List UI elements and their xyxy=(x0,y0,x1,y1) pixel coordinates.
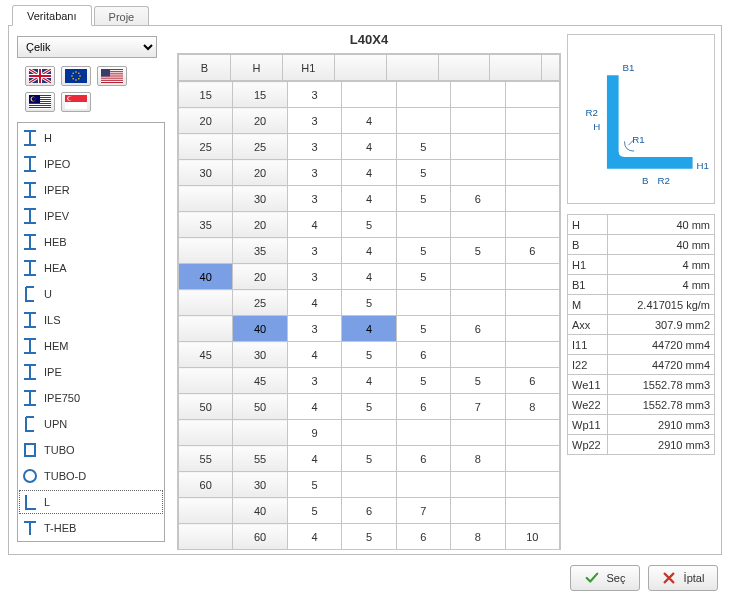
flag-uk[interactable] xyxy=(25,66,55,86)
grid-value-cell[interactable]: 6 xyxy=(451,186,505,212)
grid-b-cell[interactable] xyxy=(179,498,233,524)
grid-value-cell[interactable]: 5 xyxy=(396,368,450,394)
grid-value-cell[interactable] xyxy=(451,212,505,238)
grid-value-cell[interactable] xyxy=(505,446,559,472)
grid-value-cell[interactable] xyxy=(505,212,559,238)
profile-item-hem[interactable]: HEM xyxy=(18,333,164,359)
grid-value-cell[interactable] xyxy=(505,316,559,342)
grid-value-cell[interactable]: 5 xyxy=(451,368,505,394)
flag-sg[interactable] xyxy=(61,92,91,112)
grid-value-cell[interactable] xyxy=(451,498,505,524)
grid-value-cell[interactable]: 5 xyxy=(396,238,450,264)
table-row[interactable]: 60456810 xyxy=(179,524,560,550)
grid-value-cell[interactable]: 5 xyxy=(396,134,450,160)
grid-value-cell[interactable] xyxy=(396,82,450,108)
cancel-button[interactable]: İptal xyxy=(648,565,718,591)
grid-value-cell[interactable] xyxy=(451,420,505,446)
grid-b-cell[interactable] xyxy=(179,368,233,394)
grid-b-cell[interactable] xyxy=(179,316,233,342)
grid-b-cell[interactable]: 25 xyxy=(179,134,233,160)
grid-value-cell[interactable]: 8 xyxy=(451,446,505,472)
table-row[interactable]: 505045678 xyxy=(179,394,560,420)
grid-b-cell[interactable]: 20 xyxy=(179,108,233,134)
profile-item-tubo[interactable]: TUBO xyxy=(18,437,164,463)
grid-value-cell[interactable]: 3 xyxy=(287,160,341,186)
profile-item-h[interactable]: H xyxy=(18,125,164,151)
grid-value-cell[interactable]: 5 xyxy=(342,342,396,368)
grid-value-cell[interactable] xyxy=(342,420,396,446)
grid-value-cell[interactable]: 5 xyxy=(342,290,396,316)
grid-h-cell[interactable]: 45 xyxy=(233,368,287,394)
grid-value-cell[interactable]: 3 xyxy=(287,368,341,394)
grid-value-cell[interactable] xyxy=(505,108,559,134)
profile-item-ils[interactable]: ILS xyxy=(18,307,164,333)
flag-eu[interactable] xyxy=(61,66,91,86)
profile-item-ipeo[interactable]: IPEO xyxy=(18,151,164,177)
grid-value-cell[interactable] xyxy=(505,472,559,498)
grid-b-cell[interactable] xyxy=(179,238,233,264)
material-select[interactable]: Çelik xyxy=(17,36,157,58)
profile-item-ipev[interactable]: IPEV xyxy=(18,203,164,229)
grid-h-cell[interactable]: 35 xyxy=(233,238,287,264)
grid-b-cell[interactable]: 45 xyxy=(179,342,233,368)
grid-value-cell[interactable]: 4 xyxy=(287,394,341,420)
grid-value-cell[interactable]: 3 xyxy=(287,264,341,290)
table-row[interactable]: 3534556 xyxy=(179,238,560,264)
grid-value-cell[interactable]: 4 xyxy=(287,290,341,316)
grid-h-cell[interactable]: 15 xyxy=(233,82,287,108)
profile-item-tubo-d[interactable]: TUBO-D xyxy=(18,463,164,489)
grid-value-cell[interactable]: 6 xyxy=(342,498,396,524)
grid-value-cell[interactable] xyxy=(505,186,559,212)
grid-value-cell[interactable] xyxy=(451,134,505,160)
grid-value-cell[interactable]: 3 xyxy=(287,316,341,342)
grid-value-cell[interactable]: 4 xyxy=(287,342,341,368)
table-row[interactable]: 2545 xyxy=(179,290,560,316)
grid-value-cell[interactable] xyxy=(505,290,559,316)
grid-value-cell[interactable]: 6 xyxy=(396,524,450,550)
grid-h-cell[interactable]: 55 xyxy=(233,446,287,472)
table-row[interactable]: 352045 xyxy=(179,212,560,238)
profile-item-upn[interactable]: UPN xyxy=(18,411,164,437)
grid-value-cell[interactable]: 6 xyxy=(396,446,450,472)
table-row[interactable]: 9 xyxy=(179,420,560,446)
grid-value-cell[interactable] xyxy=(505,420,559,446)
grid-b-cell[interactable]: 60 xyxy=(179,472,233,498)
grid-value-cell[interactable] xyxy=(451,342,505,368)
table-row[interactable]: 303456 xyxy=(179,186,560,212)
grid-value-cell[interactable] xyxy=(396,290,450,316)
grid-value-cell[interactable]: 5 xyxy=(396,316,450,342)
profile-list[interactable]: HLSHIPEOIPERIPEVHEBHEAUILSHEMIPEIPE750UP… xyxy=(17,122,165,542)
grid-value-cell[interactable]: 4 xyxy=(342,264,396,290)
grid-value-cell[interactable] xyxy=(505,160,559,186)
grid-h-cell[interactable]: 60 xyxy=(233,524,287,550)
grid-value-cell[interactable]: 8 xyxy=(451,524,505,550)
grid-value-cell[interactable] xyxy=(396,472,450,498)
grid-h-cell[interactable]: 30 xyxy=(233,186,287,212)
table-row[interactable]: 4530456 xyxy=(179,342,560,368)
grid-value-cell[interactable] xyxy=(342,472,396,498)
grid-value-cell[interactable] xyxy=(451,290,505,316)
select-button[interactable]: Seç xyxy=(570,565,640,591)
grid-h-cell[interactable]: 20 xyxy=(233,160,287,186)
grid-header-cell[interactable]: H xyxy=(230,55,282,81)
grid-value-cell[interactable]: 6 xyxy=(451,316,505,342)
grid-value-cell[interactable]: 6 xyxy=(396,342,450,368)
grid-value-cell[interactable] xyxy=(396,420,450,446)
grid-header-cell[interactable] xyxy=(334,55,386,81)
table-row[interactable]: 403456 xyxy=(179,316,560,342)
profile-item-iper[interactable]: IPER xyxy=(18,177,164,203)
grid-value-cell[interactable]: 4 xyxy=(342,108,396,134)
grid-b-cell[interactable]: 50 xyxy=(179,394,233,420)
grid-b-cell[interactable] xyxy=(179,420,233,446)
grid-value-cell[interactable] xyxy=(342,82,396,108)
grid-header-cell[interactable]: H1 xyxy=(282,55,334,81)
grid-value-cell[interactable]: 5 xyxy=(396,186,450,212)
profile-item-l[interactable]: L xyxy=(18,489,164,515)
profile-item-u[interactable]: U xyxy=(18,281,164,307)
grid-value-cell[interactable]: 3 xyxy=(287,108,341,134)
grid-h-cell[interactable]: 25 xyxy=(233,134,287,160)
grid-h-cell[interactable]: 40 xyxy=(233,316,287,342)
grid-h-cell[interactable]: 50 xyxy=(233,394,287,420)
grid-value-cell[interactable] xyxy=(505,264,559,290)
grid-value-cell[interactable]: 4 xyxy=(342,134,396,160)
